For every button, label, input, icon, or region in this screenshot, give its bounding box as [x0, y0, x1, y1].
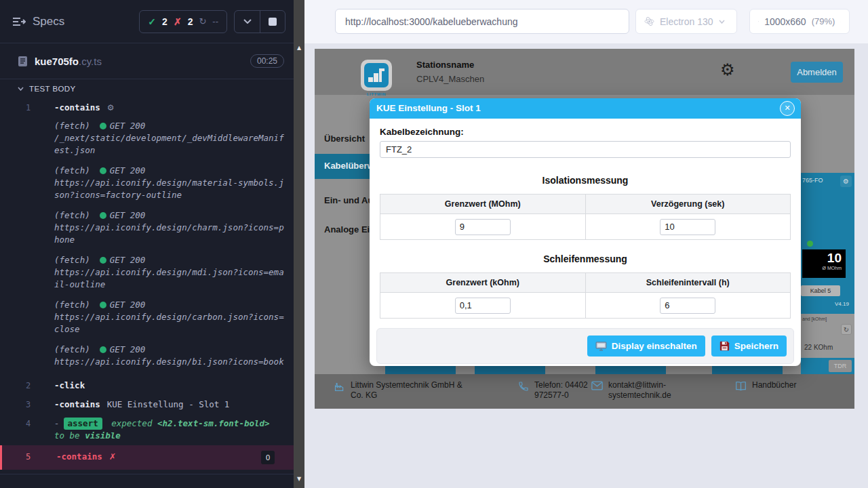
reporter-controls	[234, 10, 285, 33]
url-input[interactable]	[335, 9, 629, 34]
success-dot-icon	[100, 123, 106, 129]
log-divider	[0, 474, 294, 474]
screen: Specs ✓ 2 ✗ 2 ↻ -- kue705fo.cy.ts	[0, 0, 868, 488]
save-button[interactable]: Speichern	[711, 336, 787, 357]
phone-icon	[518, 381, 529, 392]
factory-icon	[334, 381, 345, 392]
nav-item-analoge-eingaenge[interactable]: Analoge Ei	[324, 224, 370, 235]
log-step-click[interactable]: 2 -click	[0, 376, 294, 395]
command-log: 1 -contains⚙ (fetch)GET 200/_next/static…	[0, 98, 294, 474]
display-on-label: Display einschalten	[612, 341, 697, 351]
fetch-log-entry[interactable]: (fetch)GET 200https://api.iconify.design…	[54, 165, 284, 201]
littwin-logo	[361, 60, 392, 91]
fetch-log-entry[interactable]: (fetch)GET 200https://api.iconify.design…	[54, 254, 284, 291]
manuals-link[interactable]: Handbücher	[752, 380, 796, 391]
scroll-up-icon[interactable]: ▲	[294, 45, 304, 51]
viewport-size: 1000x660	[764, 16, 806, 27]
modal-footer: Display einschalten Speichern	[376, 328, 794, 364]
test-body-label: TEST BODY	[29, 85, 76, 93]
command-name: -click	[54, 380, 85, 390]
command-argument: KUE Einstellung - Slot 1	[107, 399, 230, 409]
app-header: LITTWIN Stationsname CPLV4_Maschen ⚙ Abm…	[315, 49, 854, 95]
fetch-url: https://api.iconify.design/material-symb…	[54, 178, 284, 200]
success-dot-icon	[100, 302, 106, 308]
email-address: kontakt@littwin-systemtechnik.de	[608, 380, 700, 401]
nav-item-uebersicht[interactable]: Übersicht	[324, 134, 365, 144]
slot-card-title: 765-FO	[802, 177, 823, 184]
fetch-log-entry[interactable]: (fetch)GET 200https://api.iconify.design…	[54, 299, 284, 336]
nav-item-ein-und-ausgaenge[interactable]: Ein- und Au	[324, 195, 373, 205]
log-step-contains-2[interactable]: 3 -containsKUE Einstellung - Slot 1	[0, 395, 294, 414]
slot-gear-icon[interactable]: ⚙	[840, 176, 852, 187]
footer-manuals[interactable]: Handbücher	[735, 380, 796, 391]
step-number: 1	[0, 102, 54, 114]
scroll-down-icon[interactable]: ▼	[294, 476, 304, 482]
browser-selector[interactable]: Electron 130	[635, 9, 737, 34]
test-body-toggle[interactable]: TEST BODY	[0, 79, 294, 98]
spec-file-row[interactable]: kue705fo.cy.ts 00:25	[0, 43, 294, 79]
retry-count-badge: 0	[261, 451, 275, 464]
stop-button[interactable]	[260, 11, 285, 33]
chevron-down-icon	[18, 87, 24, 91]
footer-email: kontakt@littwin-systemtechnik.de	[591, 380, 700, 401]
stop-icon	[269, 18, 277, 26]
modal-title: KUE Einstellung - Slot 1	[376, 103, 481, 113]
duration-placeholder: --	[212, 16, 218, 26]
loop-table: Grenzwert (kOhm) Schleifenintervall (h)	[380, 272, 791, 319]
spec-file-name: kue705fo.cy.ts	[35, 56, 102, 67]
slot-subpanel: and [kOhm] ↻ 22 KOhm TDR	[801, 314, 854, 374]
viewport-selector[interactable]: 1000x660 (79%)	[749, 9, 850, 34]
modal-header: KUE Einstellung - Slot 1 ✕	[370, 98, 801, 119]
isolation-limit-input[interactable]	[455, 219, 511, 235]
chevron-down-icon	[719, 20, 725, 24]
fetch-url: /_next/static/development/_devMiddleware…	[54, 133, 284, 155]
command-name: -contains	[54, 102, 100, 113]
company-name: Littwin Systemtechnik GmbH & Co. KG	[351, 380, 469, 401]
resistance-reading: 22 KOhm	[804, 344, 833, 351]
success-dot-icon	[100, 212, 106, 219]
measurement-display: 10 Ø MOhm	[802, 249, 846, 278]
collapse-all-button[interactable]	[235, 11, 260, 33]
log-step-assert[interactable]: 4 -assert expected <h2.text-sm.font-bold…	[0, 414, 294, 445]
fetch-url: https://api.iconify.design/bi.json?icons…	[54, 357, 284, 367]
tdr-button[interactable]: TDR	[829, 360, 852, 372]
fetch-label: (fetch)	[54, 121, 90, 131]
station-name-label: Stationsname	[416, 60, 474, 70]
fetch-status: GET 200	[110, 121, 146, 131]
modal-body: Kabelbezeichnung: Isolationsmessung Gren…	[370, 119, 801, 319]
fetch-log-entry[interactable]: (fetch)GET 200https://api.iconify.design…	[54, 344, 284, 368]
log-step-contains-1[interactable]: 1 -contains⚙	[0, 98, 294, 117]
refresh-icon[interactable]: ↻	[841, 324, 852, 335]
loop-limit-input[interactable]	[455, 298, 511, 314]
close-icon[interactable]: ✕	[780, 101, 795, 116]
browser-name: Electron 130	[660, 16, 713, 27]
step-number: 4	[0, 418, 54, 430]
fetch-log-entry[interactable]: (fetch)GET 200/_next/static/development/…	[54, 120, 284, 157]
success-dot-icon	[100, 257, 106, 264]
assert-text-bold: visible	[85, 430, 121, 441]
vertical-scrollbar[interactable]: ▲ ▼	[294, 0, 304, 488]
loop-interval-input[interactable]	[660, 298, 715, 314]
log-step-contains-failed[interactable]: 5 -contains✗ 0	[0, 445, 294, 470]
specs-label[interactable]: Specs	[33, 15, 64, 28]
nav-item-kabelueberwachung[interactable]: Kabelüberw	[315, 154, 370, 179]
firmware-version: V4.19	[835, 301, 849, 307]
fetch-status: GET 200	[110, 165, 146, 176]
book-icon	[735, 381, 747, 391]
assert-badge: assert	[64, 418, 102, 430]
spec-name-bold: kue705fo	[35, 56, 79, 67]
success-dot-icon	[100, 346, 106, 353]
cable-name-input[interactable]	[380, 141, 791, 158]
display-on-button[interactable]: Display einschalten	[587, 336, 705, 357]
save-label: Speichern	[734, 341, 778, 351]
slot-card-background: 765-FO ⚙ 10 Ø MOhm Kabel 5 V4.19 and [kO…	[801, 173, 854, 374]
test-stats: ✓ 2 ✗ 2 ↻ --	[139, 10, 227, 33]
failed-icon: ✗	[174, 16, 182, 27]
fetch-log-entry[interactable]: (fetch)GET 200https://api.iconify.design…	[54, 209, 284, 246]
settings-gear-icon[interactable]: ⚙	[720, 60, 735, 79]
specs-menu-icon[interactable]	[12, 16, 26, 27]
measurement-value: 10	[806, 251, 842, 266]
isolation-delay-input[interactable]	[660, 219, 715, 235]
logout-button[interactable]: Abmelden	[791, 62, 843, 83]
loop-col1-header: Grenzwert (kOhm)	[380, 273, 586, 293]
